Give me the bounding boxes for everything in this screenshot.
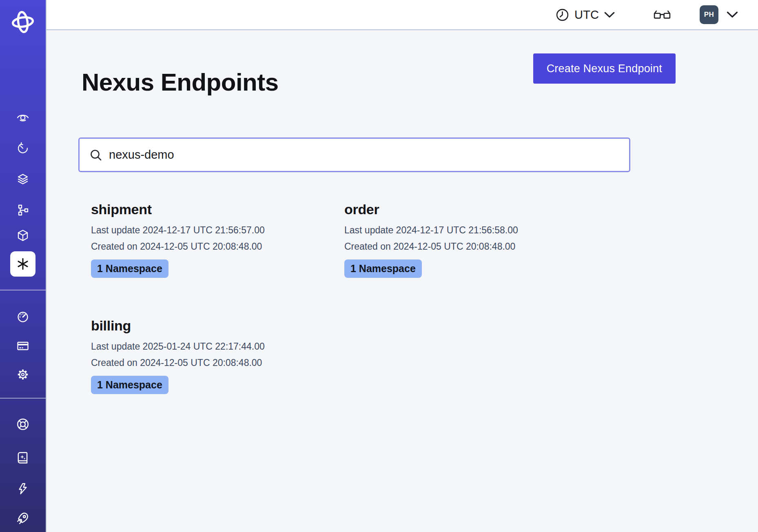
sidebar-item-billing[interactable] xyxy=(0,335,46,357)
user-menu[interactable]: PH xyxy=(700,0,738,29)
search-input[interactable] xyxy=(109,148,619,162)
endpoint-card-order[interactable]: order Last update 2024-12-17 UTC 21:56:5… xyxy=(332,202,585,278)
sidebar xyxy=(0,0,47,532)
namespace-badge: 1 Namespace xyxy=(344,259,422,278)
search-box xyxy=(78,137,630,172)
endpoint-card-billing[interactable]: billing Last update 2025-01-24 UTC 22:17… xyxy=(78,319,332,394)
chevron-down-icon xyxy=(727,11,738,18)
create-nexus-endpoint-button[interactable]: Create Nexus Endpoint xyxy=(533,53,676,84)
namespace-badge: 1 Namespace xyxy=(91,259,168,278)
endpoint-last-update: Last update 2024-12-17 UTC 21:56:58.00 xyxy=(344,226,585,235)
lightning-icon xyxy=(16,482,29,495)
endpoint-name: billing xyxy=(91,319,332,332)
namespace-badge: 1 Namespace xyxy=(91,376,168,394)
search-icon xyxy=(89,149,102,162)
endpoint-last-update: Last update 2025-01-24 UTC 22:17:44.00 xyxy=(91,342,332,351)
endpoint-created: Created on 2024-12-05 UTC 20:08:48.00 xyxy=(91,358,332,368)
sidebar-item-workers[interactable] xyxy=(0,224,46,247)
labs-toggle[interactable] xyxy=(649,6,675,24)
layers-icon xyxy=(16,173,29,186)
asterisk-icon xyxy=(16,257,30,271)
sidebar-item-deployments[interactable] xyxy=(0,168,46,191)
chevron-down-icon xyxy=(604,12,615,18)
topbar: UTC PH xyxy=(47,0,758,30)
timezone-selector[interactable]: UTC xyxy=(556,0,615,29)
endpoints-grid: shipment Last update 2024-12-17 UTC 21:5… xyxy=(78,202,630,394)
sidebar-item-support[interactable] xyxy=(0,413,46,436)
flowchart-icon xyxy=(16,204,29,217)
sidebar-item-docs[interactable] xyxy=(0,446,46,469)
endpoint-name: order xyxy=(344,202,585,216)
timer-icon xyxy=(16,142,29,155)
gear-icon xyxy=(16,368,29,381)
page-title: Nexus Endpoints xyxy=(82,69,279,96)
timezone-label: UTC xyxy=(574,8,599,22)
glasses-icon xyxy=(654,9,671,21)
cube-icon xyxy=(16,229,29,242)
temporal-logo-icon xyxy=(11,10,35,34)
sidebar-item-feedback[interactable] xyxy=(0,477,46,500)
sidebar-item-batch-operations[interactable] xyxy=(0,199,46,222)
endpoint-created: Created on 2024-12-05 UTC 20:08:48.00 xyxy=(91,242,332,251)
gauge-icon xyxy=(16,310,29,324)
sidebar-divider xyxy=(0,290,46,290)
endpoint-card-shipment[interactable]: shipment Last update 2024-12-17 UTC 21:5… xyxy=(78,202,332,278)
credit-card-icon xyxy=(16,339,29,352)
rocket-icon xyxy=(16,511,30,525)
endpoint-name: shipment xyxy=(91,202,332,216)
eye-icon xyxy=(16,111,29,124)
sidebar-item-usage[interactable] xyxy=(0,306,46,328)
sidebar-item-settings[interactable] xyxy=(0,363,46,386)
clock-icon xyxy=(556,8,569,22)
sidebar-item-nexus-active[interactable] xyxy=(10,251,35,277)
life-ring-icon xyxy=(16,417,30,431)
endpoint-last-update: Last update 2024-12-17 UTC 21:56:57.00 xyxy=(91,226,332,235)
avatar: PH xyxy=(700,5,718,24)
sidebar-item-schedules[interactable] xyxy=(0,137,46,160)
sidebar-divider xyxy=(0,398,46,399)
main-content: Nexus Endpoints Create Nexus Endpoint sh… xyxy=(47,30,758,532)
sidebar-item-getting-started[interactable] xyxy=(0,507,46,530)
endpoint-created: Created on 2024-12-05 UTC 20:08:48.00 xyxy=(344,242,585,251)
sidebar-item-namespaces[interactable] xyxy=(0,106,46,129)
book-sparkles-icon xyxy=(16,451,30,465)
temporal-logo[interactable] xyxy=(0,10,46,34)
